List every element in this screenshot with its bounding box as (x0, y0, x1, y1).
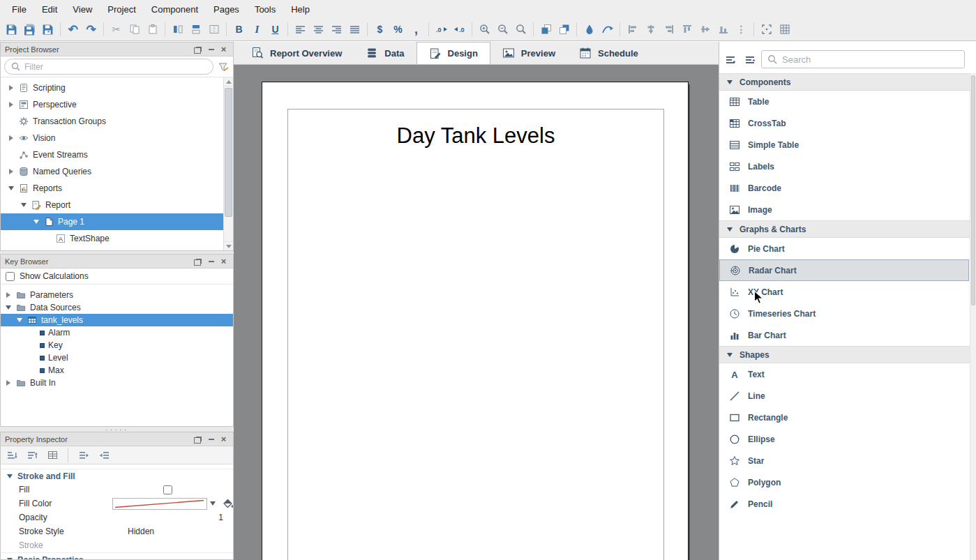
palette-item-xy-chart[interactable]: XY Chart (719, 281, 969, 303)
align-shapes-left-icon[interactable] (624, 21, 641, 38)
tree-item-perspective[interactable]: Perspective (1, 96, 233, 113)
report-page[interactable]: Day Tank Levels (262, 82, 689, 560)
paste-icon[interactable] (144, 21, 161, 38)
align-shapes-bottom-icon[interactable] (714, 21, 732, 38)
palette-section-shapes[interactable]: Shapes (719, 346, 976, 363)
tree-item-named-queries[interactable]: Named Queries (1, 163, 233, 180)
tree-item-data-sources[interactable]: Data Sources (1, 301, 233, 314)
align-shapes-center-icon[interactable] (642, 21, 659, 38)
align-shapes-right-icon[interactable] (660, 21, 677, 38)
float-window-icon[interactable] (193, 257, 204, 266)
comma-format-icon[interactable]: , (407, 21, 425, 38)
collapse-icon[interactable] (6, 305, 11, 310)
text-shape[interactable]: Day Tank Levels (288, 109, 663, 149)
collapse-icon[interactable] (17, 318, 22, 322)
sort-descending-icon[interactable] (24, 448, 40, 462)
menu-pages[interactable]: Pages (206, 0, 247, 18)
copy-icon[interactable] (126, 21, 143, 38)
send-backward-icon[interactable] (555, 21, 573, 38)
cut-icon[interactable]: ✂ (107, 21, 125, 38)
tree-item-event-streams[interactable]: Event Streams (1, 146, 233, 163)
undo-icon[interactable]: ↶ (64, 21, 82, 38)
expand-icon[interactable] (9, 169, 13, 174)
scrollbar-thumb[interactable] (225, 88, 232, 217)
palette-item-radar-chart[interactable]: Radar Chart (719, 259, 969, 281)
stroke-style-value[interactable]: Hidden (112, 527, 233, 536)
italic-icon[interactable]: I (248, 21, 266, 38)
expand-icon[interactable] (6, 292, 10, 298)
minimize-window-icon[interactable] (206, 434, 216, 444)
align-justify-icon[interactable] (346, 21, 363, 38)
expand-icon[interactable] (6, 380, 10, 386)
show-grid-icon[interactable] (776, 21, 793, 38)
menu-view[interactable]: View (65, 0, 100, 18)
menu-component[interactable]: Component (144, 0, 206, 18)
scrollbar-thumb[interactable] (971, 75, 975, 305)
categorized-view-icon[interactable] (45, 448, 60, 462)
merge-cells-icon[interactable] (205, 21, 223, 38)
palette-item-pie-chart[interactable]: Pie Chart (719, 238, 969, 259)
scroll-down-icon[interactable] (224, 241, 233, 250)
split-column-icon[interactable] (169, 21, 186, 38)
section-stroke-and-fill[interactable]: Stroke and Fill (1, 469, 233, 483)
align-center-icon[interactable] (310, 21, 327, 38)
bring-forward-icon[interactable] (537, 21, 555, 38)
palette-item-simple-table[interactable]: Simple Table (719, 134, 969, 156)
close-window-icon[interactable]: × (218, 434, 229, 444)
percent-format-icon[interactable]: % (389, 21, 407, 38)
snap-to-grid-icon[interactable] (758, 21, 775, 38)
palette-item-ellipse[interactable]: Ellipse (719, 428, 969, 450)
tab-data[interactable]: Data (354, 42, 416, 64)
palette-item-polygon[interactable]: Polygon (719, 471, 969, 493)
tree-item-parameters[interactable]: Parameters (1, 289, 233, 301)
fill-color-icon[interactable] (580, 21, 598, 38)
opacity-value[interactable]: 1 (112, 513, 233, 522)
tab-schedule[interactable]: Schedule (567, 42, 650, 64)
zoom-reset-icon[interactable] (512, 21, 530, 38)
tree-item-alarm[interactable]: Alarm (1, 326, 233, 339)
split-row-icon[interactable] (187, 21, 204, 38)
tab-report-overview[interactable]: Report Overview (239, 42, 354, 64)
align-left-icon[interactable] (292, 21, 309, 38)
palette-item-pencil[interactable]: Pencil (719, 493, 969, 515)
save-icon[interactable] (3, 21, 20, 38)
chevron-down-icon[interactable] (210, 501, 216, 506)
float-window-icon[interactable] (193, 434, 204, 444)
palette-item-barcode[interactable]: Barcode (719, 177, 969, 199)
palette-item-star[interactable]: Star (719, 450, 969, 471)
save-all-icon[interactable] (21, 21, 38, 38)
filter-settings-icon[interactable] (218, 61, 230, 73)
tree-item-transaction-groups[interactable]: Transaction Groups (1, 113, 233, 130)
tree-item-key[interactable]: Key (1, 339, 233, 351)
align-shapes-top-icon[interactable] (678, 21, 696, 38)
collapse-all-icon[interactable] (96, 448, 112, 462)
tree-item-max[interactable]: Max (1, 364, 233, 377)
tree-item-scripting[interactable]: Scripting (1, 80, 233, 96)
palette-item-labels[interactable]: Labels (719, 156, 969, 177)
show-calculations-checkbox[interactable] (6, 272, 15, 281)
collapse-icon[interactable] (8, 186, 14, 190)
expand-all-icon[interactable] (76, 448, 91, 462)
fill-color-dropdown[interactable] (112, 498, 207, 510)
palette-search-input[interactable] (782, 54, 959, 65)
tree-item-textshape[interactable]: A TextShape (1, 230, 233, 247)
palette-item-crosstab[interactable]: CrossTab (719, 112, 969, 134)
section-basic-properties[interactable]: Basic Properties (1, 552, 233, 559)
close-window-icon[interactable]: × (218, 257, 229, 266)
smooth-curve-icon[interactable] (599, 21, 616, 38)
menu-tools[interactable]: Tools (247, 0, 283, 18)
palette-item-rectangle[interactable]: Rectangle (719, 407, 969, 428)
palette-item-text[interactable]: A Text (719, 363, 969, 385)
menu-project[interactable]: Project (100, 0, 143, 18)
palette-section-graphs-charts[interactable]: Graphs & Charts (719, 220, 976, 238)
currency-format-icon[interactable]: $ (371, 21, 389, 38)
underline-icon[interactable]: U (266, 21, 284, 38)
design-canvas[interactable]: Day Tank Levels (234, 65, 719, 560)
expand-icon[interactable] (9, 85, 13, 91)
tab-design[interactable]: Design (416, 42, 490, 64)
menu-help[interactable]: Help (283, 0, 317, 18)
redo-icon[interactable]: ↷ (82, 21, 100, 38)
decrease-decimal-icon[interactable]: .0 (451, 21, 468, 38)
menu-edit[interactable]: Edit (34, 0, 65, 18)
tree-item-built-in[interactable]: Built In (1, 377, 233, 389)
